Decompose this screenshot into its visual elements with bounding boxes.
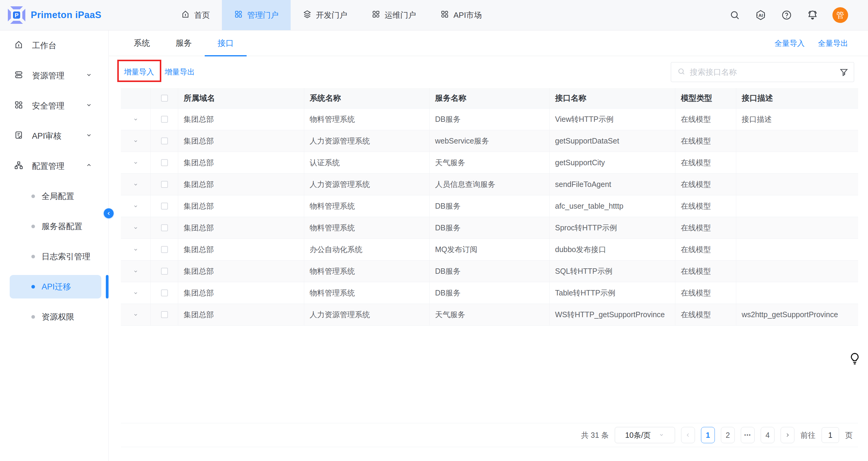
filter-funnel-icon[interactable] <box>839 67 849 79</box>
help-icon[interactable] <box>781 9 793 21</box>
bullet-icon <box>31 225 35 228</box>
cell: 天气服务 <box>430 152 550 173</box>
goto-page-input[interactable] <box>822 427 839 443</box>
next-page-button[interactable] <box>781 427 795 443</box>
tab-bar: 系统 服务 接口 全量导入 全量导出 <box>109 30 868 56</box>
tab-system[interactable]: 系统 <box>121 30 163 56</box>
cell <box>736 152 858 173</box>
row-expand-chevron-icon[interactable] <box>133 160 139 166</box>
sidebar-subitem-log-index-mgmt[interactable]: 日志索引管理 <box>0 242 108 272</box>
table-row: 集团总部物料管理系统DB服务Table转HTTP示例在线模型 <box>121 282 858 304</box>
sidebar-item-workbench[interactable]: 工作台 <box>0 30 108 61</box>
grid-icon <box>440 10 449 21</box>
column-header-interface: 接口名称 <box>550 88 675 108</box>
goto-label: 前往 <box>801 430 815 440</box>
cell <box>736 282 858 304</box>
row-checkbox[interactable] <box>161 224 168 231</box>
row-expand-chevron-icon[interactable] <box>133 225 139 231</box>
cell <box>736 174 858 195</box>
nav-item-ops-portal[interactable]: 运维门户 <box>360 0 428 30</box>
tab-service[interactable]: 服务 <box>163 30 205 56</box>
header-actions: AI 管 <box>729 7 868 23</box>
sidebar-subitem-resource-permission[interactable]: 资源权限 <box>0 302 108 332</box>
row-checkbox[interactable] <box>161 246 168 253</box>
cell: Sproc转HTTP示例 <box>550 217 675 239</box>
select-all-checkbox[interactable] <box>161 95 168 102</box>
grid-icon <box>234 10 243 21</box>
chevron-down-icon <box>658 431 664 439</box>
row-checkbox[interactable] <box>161 311 168 318</box>
cell <box>736 217 858 239</box>
cell: 物料管理系统 <box>304 260 430 282</box>
row-checkbox[interactable] <box>161 137 168 145</box>
cell: View转HTTP示例 <box>550 109 675 130</box>
grid-icon <box>371 10 380 21</box>
row-expand-chevron-icon[interactable] <box>133 138 139 144</box>
row-expand-chevron-icon[interactable] <box>133 247 139 253</box>
nav-item-home[interactable]: 首页 <box>169 0 222 30</box>
sidebar-collapse-button[interactable] <box>104 208 114 218</box>
row-checkbox[interactable] <box>161 289 168 296</box>
table-row: 集团总部认证系统天气服务getSupportCity在线模型 <box>121 152 858 174</box>
prev-page-button[interactable] <box>681 427 695 443</box>
hint-lightbulb-icon[interactable] <box>849 352 860 367</box>
search-box <box>671 62 854 82</box>
search-icon[interactable] <box>729 9 741 21</box>
svg-text:AI: AI <box>758 13 763 18</box>
sidebar-item-resource-mgmt[interactable]: 资源管理 <box>0 61 108 91</box>
row-checkbox[interactable] <box>161 181 168 188</box>
sidebar-item-security-mgmt[interactable]: 安全管理 <box>0 91 108 121</box>
nav-item-dev-portal[interactable]: 开发门户 <box>291 0 360 30</box>
cell: DB服务 <box>430 109 550 130</box>
tab-interface[interactable]: 接口 <box>205 30 247 56</box>
incremental-export-button[interactable]: 增量导出 <box>165 67 195 77</box>
page-size-select[interactable]: 10条/页 <box>615 427 675 443</box>
cell: 在线模型 <box>675 109 736 130</box>
row-checkbox[interactable] <box>161 116 168 123</box>
expand-column-header <box>121 88 151 108</box>
cell: 集团总部 <box>178 130 304 152</box>
notification-bell-icon[interactable] <box>806 9 818 21</box>
cell <box>736 195 858 217</box>
nav-item-api-market[interactable]: API市场 <box>428 0 494 30</box>
row-expand-chevron-icon[interactable] <box>133 290 139 296</box>
cell: afc_user_table_htttp <box>550 195 675 217</box>
full-import-link[interactable]: 全量导入 <box>775 38 805 48</box>
sidebar-item-api-audit[interactable]: API审核 <box>0 121 108 151</box>
row-checkbox[interactable] <box>161 203 168 210</box>
page-buttons: 12•••4 <box>701 427 775 443</box>
page-button-2[interactable]: 2 <box>721 427 735 443</box>
nav-item-admin-portal[interactable]: 管理门户 <box>222 0 291 30</box>
user-avatar[interactable]: 管 <box>832 7 848 23</box>
row-expand-chevron-icon[interactable] <box>133 116 139 122</box>
cell: 在线模型 <box>675 304 736 325</box>
table-row: 集团总部人力资源管理系统webService服务getSupportDataSe… <box>121 130 858 152</box>
row-expand-chevron-icon[interactable] <box>133 182 139 188</box>
row-checkbox[interactable] <box>161 159 168 166</box>
ai-assistant-icon[interactable]: AI <box>755 9 767 21</box>
goto-unit-label: 页 <box>845 430 852 440</box>
sidebar-item-config-mgmt[interactable]: 配置管理 <box>0 151 108 181</box>
page-button-4[interactable]: 4 <box>761 427 775 443</box>
row-expand-chevron-icon[interactable] <box>133 203 139 209</box>
cell <box>736 239 858 260</box>
sidebar-subitem-api-migration[interactable]: API迁移 <box>0 272 108 302</box>
more-pages-button[interactable]: ••• <box>741 427 755 443</box>
page-button-1[interactable]: 1 <box>701 427 715 443</box>
cell: Table转HTTP示例 <box>550 282 675 304</box>
home-icon <box>14 40 24 52</box>
cell: 认证系统 <box>304 152 430 173</box>
chevron-up-icon <box>85 162 93 171</box>
cell: 集团总部 <box>178 174 304 195</box>
sidebar-subitem-global-config[interactable]: 全局配置 <box>0 181 108 211</box>
row-checkbox[interactable] <box>161 268 168 275</box>
search-input[interactable] <box>690 67 837 77</box>
row-expand-chevron-icon[interactable] <box>133 312 139 318</box>
row-expand-chevron-icon[interactable] <box>133 268 139 274</box>
column-header-domain: 所属域名 <box>178 88 304 108</box>
incremental-import-button[interactable]: 增量导入 <box>124 67 154 77</box>
full-export-link[interactable]: 全量导出 <box>818 38 848 48</box>
sidebar-subitem-server-config[interactable]: 服务器配置 <box>0 211 108 242</box>
logo-text: Primeton iPaaS <box>31 10 101 21</box>
cell: getSupportDataSet <box>550 130 675 152</box>
